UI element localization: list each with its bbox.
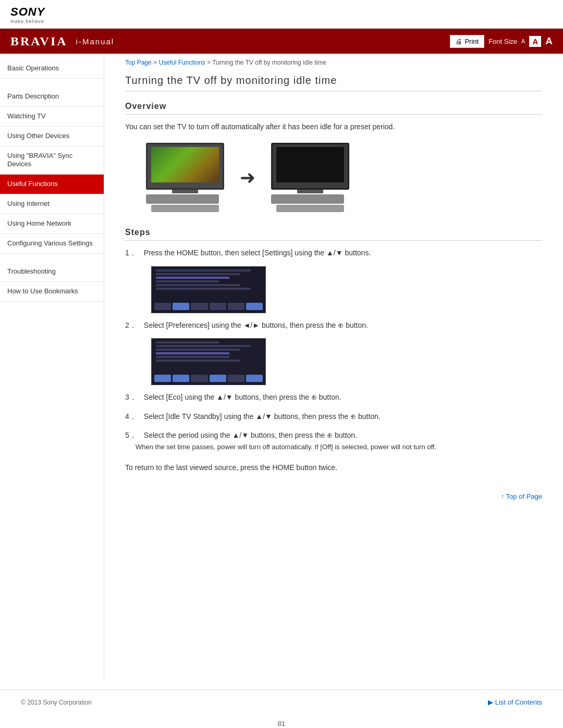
imanual-text: i-Manual	[76, 37, 115, 46]
step2-screenshot	[151, 338, 266, 385]
nav-bar: BRAVIA i-Manual 🖨 Print Font Size A A A	[0, 29, 563, 54]
sony-logo: SONY	[10, 6, 553, 18]
breadcrumb-useful-functions[interactable]: Useful Functions	[158, 59, 205, 66]
print-button[interactable]: 🖨 Print	[450, 35, 484, 48]
step1-screenshot	[151, 266, 266, 313]
step-2-text: 2． Select [Preferences] using the ◄/► bu…	[125, 321, 368, 329]
sidebar-item-configuring-settings[interactable]: Configuring Various Settings	[0, 234, 104, 254]
up-arrow-icon: ↑	[501, 492, 506, 500]
step-2: 2． Select [Preferences] using the ◄/► bu…	[125, 319, 542, 331]
page-number: 81	[0, 714, 563, 728]
sony-tagline: make.believe	[10, 19, 553, 24]
page-title: Turning the TV off by monitoring idle ti…	[125, 75, 542, 91]
sidebar-item-bookmarks[interactable]: How to Use Bookmarks	[0, 282, 104, 302]
breadcrumb-sep1: >	[153, 59, 158, 66]
sidebar-item-troubleshooting[interactable]: Troubleshooting	[0, 262, 104, 282]
step-1: 1． Press the HOME button, then select [S…	[125, 247, 542, 258]
step-5-note: When the set time passes, power will tur…	[136, 443, 436, 451]
sidebar-item-parts-description[interactable]: Parts Description	[0, 87, 104, 107]
step-3-text: 3． Select [Eco] using the ▲/▼ buttons, t…	[125, 393, 341, 401]
breadcrumb-sep2: >	[207, 59, 212, 66]
font-size-small-button[interactable]: A	[521, 38, 525, 44]
right-arrow-icon: ▶	[488, 698, 495, 706]
sidebar-item-bravia-sync[interactable]: Using "BRAVIA" Sync Devices	[0, 146, 104, 175]
step-5: 5． Select the period using the ▲/▼ butto…	[125, 429, 542, 453]
bottom-bar: © 2013 Sony Corporation ▶ List of Conten…	[0, 689, 563, 714]
tv-before-image	[146, 143, 224, 212]
font-size-medium-button[interactable]: A	[529, 36, 541, 47]
arrow-icon: ➜	[240, 167, 255, 189]
font-size-large-button[interactable]: A	[545, 35, 553, 47]
breadcrumb-current: Turning the TV off by monitoring idle ti…	[212, 59, 326, 66]
top-of-page-link[interactable]: ↑ Top of Page	[501, 492, 542, 500]
illustration-row: ➜	[146, 143, 542, 212]
steps-heading: Steps	[125, 228, 542, 241]
sidebar: Basic Operations Parts Description Watch…	[0, 54, 104, 679]
main-layout: Basic Operations Parts Description Watch…	[0, 54, 563, 679]
sidebar-item-using-other-devices[interactable]: Using Other Devices	[0, 127, 104, 146]
step-1-text: 1． Press the HOME button, then select [S…	[125, 249, 371, 257]
print-icon: 🖨	[456, 38, 462, 45]
bravia-logo: BRAVIA	[10, 34, 68, 48]
footer-links: ↑ Top of Page	[125, 487, 542, 500]
sidebar-item-basic-operations[interactable]: Basic Operations	[0, 59, 104, 79]
step-3: 3． Select [Eco] using the ▲/▼ buttons, t…	[125, 391, 542, 403]
return-text: To return to the last viewed source, pre…	[125, 463, 542, 472]
step-4-text: 4． Select [Idle TV Standby] using the ▲/…	[125, 412, 381, 421]
breadcrumb: Top Page > Useful Functions > Turning th…	[125, 59, 542, 66]
overview-heading: Overview	[125, 102, 542, 115]
header: SONY make.believe BRAVIA i-Manual 🖨 Prin…	[0, 0, 563, 54]
sidebar-item-watching-tv[interactable]: Watching TV	[0, 107, 104, 127]
tv-after-image	[271, 143, 349, 212]
font-size-label: Font Size	[488, 38, 517, 45]
sidebar-item-using-internet[interactable]: Using Internet	[0, 194, 104, 214]
nav-bar-right: 🖨 Print Font Size A A A	[450, 35, 553, 48]
step-5-text: 5． Select the period using the ▲/▼ butto…	[125, 431, 357, 439]
content-area: Top Page > Useful Functions > Turning th…	[104, 54, 563, 679]
copyright: © 2013 Sony Corporation	[21, 699, 92, 706]
sidebar-item-useful-functions[interactable]: Useful Functions	[0, 175, 104, 194]
breadcrumb-top-page[interactable]: Top Page	[125, 59, 152, 66]
print-label: Print	[464, 38, 479, 45]
overview-body: You can set the TV to turn off automatic…	[125, 121, 542, 132]
sidebar-item-using-home-network[interactable]: Using Home Network	[0, 214, 104, 234]
list-of-contents-link[interactable]: ▶ List of Contents	[488, 698, 542, 706]
step-4: 4． Select [Idle TV Standby] using the ▲/…	[125, 411, 542, 422]
